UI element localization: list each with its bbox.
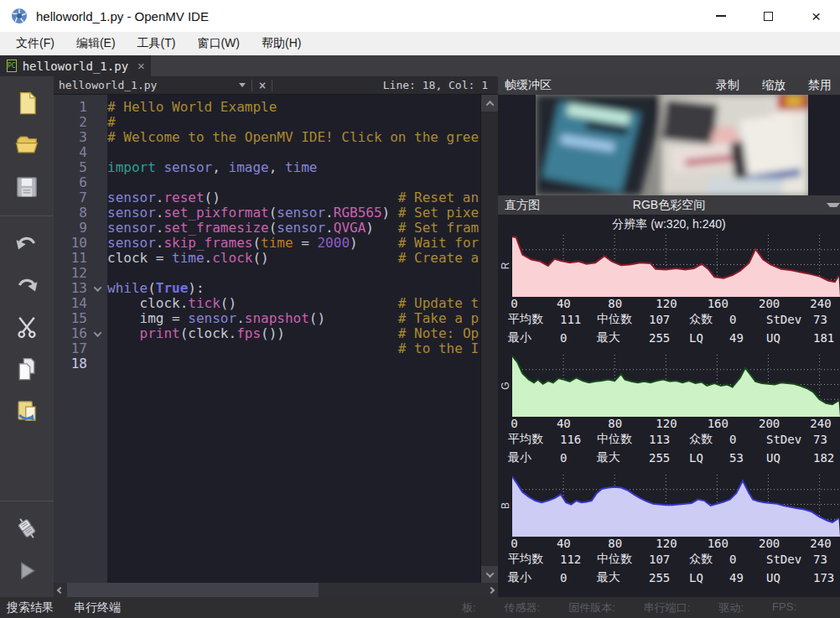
connect-plug-icon <box>14 516 39 541</box>
fold-column <box>87 311 107 326</box>
line-number: 9 <box>54 221 87 236</box>
code-editor[interactable]: 1# Hello World Example2#3# Welcome to th… <box>54 95 498 583</box>
connect-button[interactable] <box>12 513 42 543</box>
x-tick: 0 <box>511 297 517 310</box>
open-file-button[interactable] <box>12 130 42 160</box>
fold-column <box>87 130 107 145</box>
code-line: 13while(True): <box>54 281 480 296</box>
fold-column <box>87 341 107 356</box>
colorspace-select[interactable]: RGB色彩空间 <box>498 198 840 213</box>
cut-button[interactable] <box>12 312 42 342</box>
stat-StDev: StDev73 <box>766 430 840 448</box>
code-text: sensor.set_framesize(sensor.QVGA) # Set … <box>107 221 480 236</box>
hscroll-thumb[interactable] <box>67 583 319 597</box>
histogram-chart-B <box>512 475 840 537</box>
x-tick: 40 <box>557 537 571 550</box>
copy-button[interactable] <box>12 354 42 384</box>
menu-编辑(E)[interactable]: 编辑(E) <box>65 32 127 55</box>
histogram-channel-B: B04080120160200240平均数112中位数107众数0StDev73… <box>498 475 840 595</box>
fold-column <box>87 236 107 251</box>
stat-众数: 众数0 <box>689 550 766 568</box>
split-close-icon[interactable]: × <box>258 78 266 93</box>
new-file-button[interactable] <box>12 88 42 118</box>
editor-header: helloworld_1.py × Line: 18, Col: 1 <box>54 76 498 95</box>
minimize-button[interactable] <box>697 0 744 32</box>
x-tick: 200 <box>759 417 780 430</box>
fold-marker-icon[interactable] <box>87 281 107 296</box>
paste-button[interactable] <box>12 396 42 426</box>
scroll-left-icon[interactable] <box>54 583 67 597</box>
fb-button-录制[interactable]: 录制 <box>716 78 739 93</box>
toolbar <box>0 76 54 597</box>
openmv-ide-window: helloworld_1.py - OpenMV IDE × 文件(F)编辑(E… <box>0 0 840 618</box>
fold-marker-icon[interactable] <box>87 326 107 341</box>
line-number: 15 <box>54 311 87 326</box>
fb-button-禁用[interactable]: 禁用 <box>808 78 832 93</box>
code-line: 7sensor.reset() # Reset an <box>54 190 480 205</box>
x-tick: 240 <box>810 297 831 310</box>
document-dropdown-icon[interactable] <box>239 83 246 87</box>
maximize-button[interactable] <box>744 0 792 32</box>
x-axis-labels: 04080120160200240 <box>512 417 840 430</box>
code-text: print(clock.fps()) # Note: Op <box>107 326 480 341</box>
run-script-button[interactable] <box>12 555 42 585</box>
line-number: 12 <box>54 266 87 281</box>
stat-UQ: UQ173 <box>766 569 840 586</box>
x-tick: 80 <box>608 417 622 430</box>
scroll-down-icon[interactable] <box>481 566 498 583</box>
line-number: 11 <box>54 251 87 266</box>
code-line: 12 <box>54 266 480 281</box>
code-line: 5import sensor, image, time <box>54 160 480 175</box>
x-tick: 200 <box>759 297 780 310</box>
stat-UQ: UQ182 <box>766 449 840 466</box>
code-text <box>107 175 480 190</box>
code-text <box>107 266 480 281</box>
stat-平均数: 平均数116 <box>508 430 597 448</box>
fold-column <box>87 145 107 160</box>
status-tab-搜索结果[interactable]: 搜索结果 <box>7 600 54 615</box>
code-text: clock.tick() # Update t <box>107 296 480 311</box>
code-line: 1# Hello World Example <box>54 100 480 115</box>
histogram-channel-R: R04080120160200240平均数111中位数107众数0StDev73… <box>498 235 840 355</box>
line-number: 3 <box>54 130 87 145</box>
code-line: 6 <box>54 175 480 190</box>
scroll-right-icon[interactable] <box>485 583 498 597</box>
fb-button-缩放[interactable]: 缩放 <box>762 78 786 93</box>
tab-helloworld[interactable]: PC helloworld_1.py × <box>0 55 151 76</box>
channel-stats: 平均数116中位数113众数0StDev73最小0最大255LQ53UQ182 <box>498 430 840 466</box>
redo-button[interactable] <box>12 270 42 300</box>
close-button[interactable]: × <box>792 0 840 32</box>
frame-buffer-view <box>498 95 840 195</box>
fold-column <box>87 356 107 371</box>
open-document-name[interactable]: helloworld_1.py <box>54 79 157 91</box>
status-tab-串行终端[interactable]: 串行终端 <box>74 600 121 615</box>
code-line: 16 print(clock.fps()) # Note: Op <box>54 326 480 341</box>
tab-close-icon[interactable]: × <box>137 60 145 72</box>
line-number: 1 <box>54 100 87 115</box>
close-icon: × <box>811 8 821 24</box>
line-number: 5 <box>54 160 87 175</box>
toolbar-separator <box>0 501 54 501</box>
line-number: 17 <box>54 341 87 356</box>
editor-horizontal-scrollbar[interactable] <box>54 583 498 597</box>
x-tick: 120 <box>656 297 677 310</box>
right-panel: 帧缓冲区 录制缩放禁用 <box>498 76 840 597</box>
code-text: # Welcome to the OpenMV IDE! Click on th… <box>107 130 480 145</box>
editor-pane: helloworld_1.py × Line: 18, Col: 1 1# He… <box>54 76 498 597</box>
fold-column <box>87 296 107 311</box>
histogram-chart-G <box>512 355 840 417</box>
scroll-up-icon[interactable] <box>481 95 498 112</box>
line-number: 13 <box>54 281 87 296</box>
undo-button[interactable] <box>12 228 42 258</box>
menu-帮助(H)[interactable]: 帮助(H) <box>251 32 312 55</box>
menu-工具(T)[interactable]: 工具(T) <box>127 32 187 55</box>
menu-窗口(W)[interactable]: 窗口(W) <box>186 32 251 55</box>
save-file-button[interactable] <box>12 172 42 202</box>
maximize-icon <box>764 12 773 21</box>
code-line: 4 <box>54 145 480 160</box>
code-text <box>107 356 480 371</box>
x-tick: 240 <box>810 417 831 430</box>
line-number: 14 <box>54 296 87 311</box>
x-tick: 120 <box>656 537 677 550</box>
menu-文件(F)[interactable]: 文件(F) <box>5 32 65 55</box>
